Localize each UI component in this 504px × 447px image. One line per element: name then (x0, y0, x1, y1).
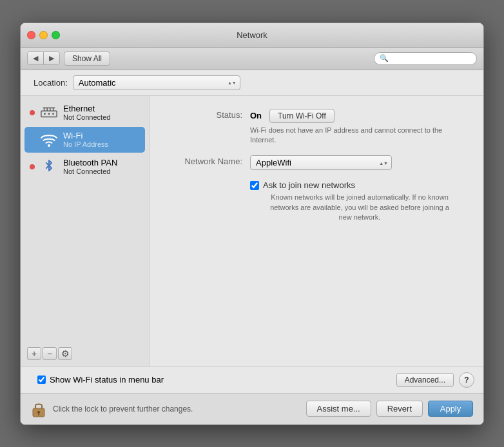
status-row: Status: On Turn Wi-Fi Off Wi-Fi does not… (165, 109, 468, 146)
ethernet-name: Ethernet (63, 104, 110, 113)
traffic-lights (27, 31, 60, 39)
nav-button-group: ◀ ▶ (27, 52, 60, 65)
ask-to-join-checkbox[interactable] (250, 181, 259, 190)
minimize-button[interactable] (39, 31, 48, 39)
network-name-select-wrap: AppleWifi (250, 155, 392, 170)
svg-point-9 (48, 144, 50, 147)
lock-icon[interactable] (31, 400, 46, 418)
sidebar-item-bluetooth[interactable]: Bluetooth PAN Not Connected (24, 154, 145, 180)
gear-button[interactable]: ⚙ (58, 347, 72, 360)
network-name-select[interactable]: AppleWifi (250, 155, 392, 170)
bluetooth-icon (40, 158, 58, 176)
window-title: Network (237, 30, 267, 40)
assist-me-button[interactable]: Assist me... (306, 401, 371, 417)
help-button[interactable]: ? (459, 372, 474, 388)
svg-point-6 (44, 113, 46, 115)
revert-button[interactable]: Revert (376, 401, 423, 417)
network-name-row: Network Name: AppleWifi (165, 155, 468, 170)
detail-pane: Status: On Turn Wi-Fi Off Wi-Fi does not… (150, 96, 483, 366)
wifi-spacer (30, 137, 35, 142)
sidebar: Ethernet Not Connected Wi-Fi (21, 96, 150, 366)
location-select-wrap: Automatic (73, 75, 240, 90)
apply-button[interactable]: Apply (428, 401, 473, 417)
sidebar-item-ethernet[interactable]: Ethernet Not Connected (24, 100, 145, 126)
status-description: Wi-Fi does not have an IP address and ca… (250, 126, 468, 146)
status-label: Status: (165, 109, 242, 120)
show-wifi-checkbox[interactable] (37, 376, 46, 384)
svg-point-7 (48, 113, 50, 115)
search-input[interactable] (391, 54, 471, 63)
status-detail: On Turn Wi-Fi Off Wi-Fi does not have an… (250, 109, 468, 146)
toolbar: ◀ ▶ Show All 🔍 (21, 48, 483, 70)
location-bar: Location: Automatic (21, 70, 483, 96)
location-label: Location: (34, 78, 68, 88)
main-window: Network ◀ ▶ Show All 🔍 Location: Automat… (20, 23, 484, 425)
location-select[interactable]: Automatic (73, 75, 240, 90)
wifi-icon (40, 131, 58, 149)
search-box: 🔍 (374, 52, 477, 65)
network-name-label: Network Name: (165, 155, 242, 166)
ethernet-icon (40, 104, 58, 122)
show-wifi-row: Show Wi-Fi status in menu bar (37, 375, 164, 385)
wifi-status: No IP Address (63, 140, 108, 148)
forward-button[interactable]: ▶ (44, 52, 59, 64)
search-icon: 🔍 (380, 54, 389, 62)
ask-to-join-detail: Ask to join new networks Known networks … (250, 180, 468, 222)
ask-to-join-checkbox-row: Ask to join new networks (250, 180, 468, 190)
bottom-actions: Advanced... ? (396, 372, 474, 388)
ethernet-text: Ethernet Not Connected (63, 104, 110, 121)
ask-to-join-row: Ask to join new networks Known networks … (165, 180, 468, 222)
wifi-text: Wi-Fi No IP Address (63, 131, 108, 148)
close-button[interactable] (27, 31, 35, 39)
network-name-detail: AppleWifi (250, 155, 468, 170)
title-bar: Network (21, 23, 483, 48)
back-button[interactable]: ◀ (28, 52, 44, 64)
svg-point-8 (52, 113, 54, 115)
advanced-button[interactable]: Advanced... (396, 373, 454, 387)
ask-spacer (165, 180, 242, 182)
status-value: On (250, 111, 262, 120)
remove-network-button[interactable]: − (43, 347, 57, 360)
turn-wifi-off-button[interactable]: Turn Wi-Fi Off (269, 109, 334, 123)
status-value-row: On Turn Wi-Fi Off (250, 109, 468, 123)
bottom-bar: Show Wi-Fi status in menu bar Advanced..… (21, 366, 483, 393)
sidebar-controls: + − ⚙ (24, 345, 145, 363)
ethernet-status-dot (30, 110, 35, 115)
sidebar-item-wifi[interactable]: Wi-Fi No IP Address (24, 127, 145, 153)
footer-bar: Click the lock to prevent further change… (21, 393, 483, 424)
join-description: Known networks will be joined automatica… (263, 193, 456, 222)
ethernet-status: Not Connected (63, 113, 110, 121)
footer-buttons: Assist me... Revert Apply (306, 401, 473, 417)
bluetooth-status: Not Connected (63, 167, 117, 175)
bluetooth-text: Bluetooth PAN Not Connected (63, 158, 117, 175)
lock-text: Click the lock to prevent further change… (53, 404, 300, 414)
add-network-button[interactable]: + (27, 347, 41, 360)
bluetooth-name: Bluetooth PAN (63, 158, 117, 167)
main-content: Ethernet Not Connected Wi-Fi (21, 96, 483, 366)
show-all-button[interactable]: Show All (64, 52, 110, 66)
show-wifi-label: Show Wi-Fi status in menu bar (50, 375, 164, 385)
bluetooth-status-dot (30, 164, 35, 169)
svg-point-11 (37, 411, 40, 414)
wifi-name: Wi-Fi (63, 131, 108, 140)
lock-icon-wrap (31, 400, 46, 418)
maximize-button[interactable] (52, 31, 60, 39)
ask-to-join-label: Ask to join new networks (263, 180, 355, 190)
